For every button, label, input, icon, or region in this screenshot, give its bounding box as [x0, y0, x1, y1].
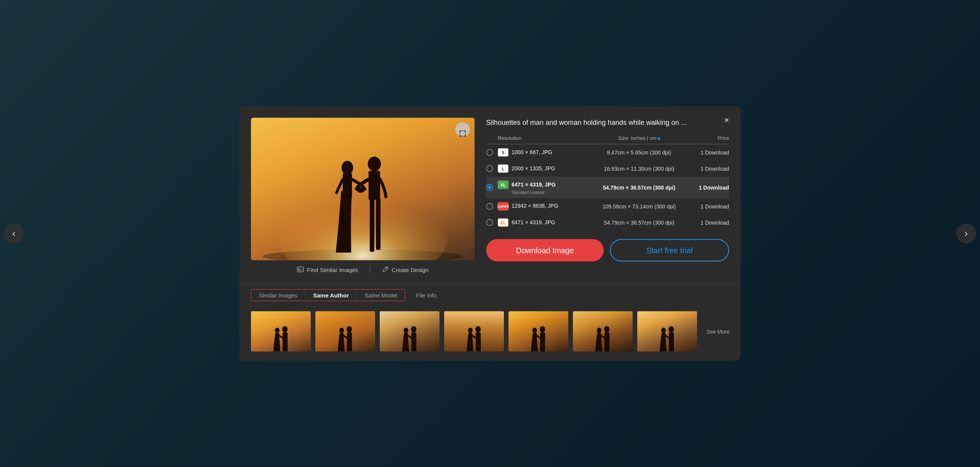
res-name-l: 2000 × 1335, JPG	[512, 165, 555, 171]
svg-point-14	[339, 328, 344, 333]
svg-point-18	[411, 326, 416, 333]
find-similar-button[interactable]: Find Similar Images	[297, 266, 358, 273]
svg-point-1	[278, 191, 448, 260]
expand-button[interactable]	[455, 123, 470, 137]
radio-super[interactable]	[486, 203, 493, 210]
size-cell-l: 16.93cm × 11.30cm (300 dpi)	[592, 161, 686, 177]
download-button[interactable]: Download Image	[486, 239, 604, 262]
next-arrow[interactable]: ›	[956, 223, 976, 244]
svg-point-2	[342, 161, 353, 175]
svg-point-8	[357, 188, 365, 193]
see-more-link[interactable]: See More	[706, 328, 730, 334]
tab-similar-images[interactable]: Similar Images	[251, 290, 305, 301]
thumbnail-4[interactable]	[444, 311, 504, 352]
size-cell-el: 54.79cm × 36.57cm (300 dpi)	[592, 215, 686, 231]
radio-cell-xl[interactable]	[486, 177, 498, 198]
badge-xl: XL	[498, 181, 509, 189]
radio-cell-s[interactable]	[486, 144, 498, 161]
price-cell-super: 1 Download	[686, 198, 729, 215]
sublabel-xl: Standard License	[512, 190, 592, 195]
image-title: Silhouettes of man and woman holding han…	[486, 118, 729, 128]
create-design-button[interactable]: Create Design	[382, 266, 429, 273]
thumbnail-6[interactable]	[573, 311, 633, 352]
svg-point-21	[475, 326, 481, 333]
image-actions: Find Similar Images Create Design	[251, 266, 475, 274]
thumbnail-7[interactable]	[637, 311, 697, 352]
thumbnail-2[interactable]	[315, 311, 375, 352]
svg-point-23	[532, 328, 537, 333]
radio-cell-l[interactable]	[486, 161, 498, 177]
main-image	[251, 118, 475, 260]
resolution-cell-el: EL6471 × 4319, JPG	[498, 215, 592, 231]
resolution-table: Resolution Size: Inches | cm Price S1000…	[486, 135, 729, 231]
svg-rect-19	[411, 333, 416, 352]
radio-el[interactable]	[486, 219, 493, 226]
design-icon	[382, 266, 389, 273]
svg-point-17	[404, 328, 408, 333]
col-size: Size: Inches | cm	[592, 135, 686, 144]
radio-cell-el[interactable]	[486, 215, 498, 231]
size-dot	[658, 138, 660, 140]
badge-super: SUPER	[498, 202, 509, 211]
svg-rect-22	[476, 333, 481, 352]
svg-point-12	[282, 326, 288, 333]
badge-el: EL	[498, 218, 509, 227]
col-resolution: Resolution	[498, 135, 592, 144]
close-button[interactable]: ×	[720, 113, 734, 127]
badge-s: S	[498, 148, 509, 157]
tabs-group: Similar Images Same Author Same Model	[251, 289, 405, 301]
svg-rect-16	[347, 333, 352, 352]
size-cell-s: 8.47cm × 5.65cm (300 dpi)	[592, 144, 686, 161]
prev-arrow[interactable]: ‹	[4, 223, 24, 244]
svg-point-11	[275, 328, 280, 333]
modal-bottom: Similar Images Same Author Same Model Fi…	[239, 284, 741, 361]
price-cell-xl: 1 Download	[686, 177, 729, 198]
tab-same-model[interactable]: Same Model	[357, 290, 405, 301]
svg-point-10	[298, 269, 300, 270]
svg-point-15	[347, 326, 352, 333]
price-cell-s: 1 Download	[686, 144, 729, 161]
tab-same-author[interactable]: Same Author	[305, 290, 357, 301]
resolution-cell-l: L2000 × 1335, JPG	[498, 161, 592, 177]
svg-rect-6	[370, 198, 374, 252]
svg-point-4	[368, 157, 381, 171]
action-divider	[370, 266, 370, 274]
col-radio	[486, 135, 498, 144]
col-price: Price	[686, 135, 729, 144]
modal-container: ×	[239, 106, 741, 361]
thumbnail-1[interactable]	[251, 311, 311, 352]
image-search-icon	[297, 266, 304, 273]
radio-l[interactable]	[486, 165, 493, 172]
svg-point-27	[604, 326, 610, 333]
image-area: Find Similar Images Create Design	[251, 118, 475, 274]
price-cell-el: 1 Download	[686, 215, 729, 231]
svg-rect-13	[283, 333, 288, 352]
svg-point-29	[661, 328, 666, 333]
size-cell-xl: 54.79cm × 36.57cm (300 dpi)	[592, 177, 686, 198]
svg-rect-31	[669, 333, 674, 352]
radio-s[interactable]	[486, 149, 493, 156]
res-name-super: 12942 × 8638, JPG	[512, 203, 558, 209]
price-cell-l: 1 Download	[686, 161, 729, 177]
thumbnail-5[interactable]	[509, 311, 568, 352]
resolution-cell-s: S1000 × 667, JPG	[498, 144, 592, 161]
svg-rect-28	[605, 333, 610, 352]
action-buttons: Download Image Start free trial	[486, 239, 729, 262]
modal-top: Find Similar Images Create Design Silhou…	[239, 106, 741, 281]
tab-file-info[interactable]: File Info	[408, 290, 444, 301]
svg-rect-25	[540, 333, 545, 352]
res-name-el: 6471 × 4319, JPG	[512, 219, 555, 225]
svg-rect-5	[369, 171, 380, 200]
right-panel: Silhouettes of man and woman holding han…	[486, 118, 729, 274]
svg-rect-7	[376, 198, 381, 250]
trial-button[interactable]: Start free trial	[610, 239, 729, 262]
thumbnail-3[interactable]	[380, 311, 439, 352]
radio-xl[interactable]	[486, 184, 493, 191]
resolution-cell-super: SUPER12942 × 8638, JPG	[498, 198, 592, 215]
thumbnails-row: See More	[251, 311, 729, 352]
svg-point-30	[668, 326, 674, 333]
radio-cell-super[interactable]	[486, 198, 498, 215]
tabs-container: Similar Images Same Author Same Model Fi…	[251, 285, 729, 307]
res-name-s: 1000 × 667, JPG	[512, 149, 552, 155]
svg-point-20	[468, 328, 473, 333]
